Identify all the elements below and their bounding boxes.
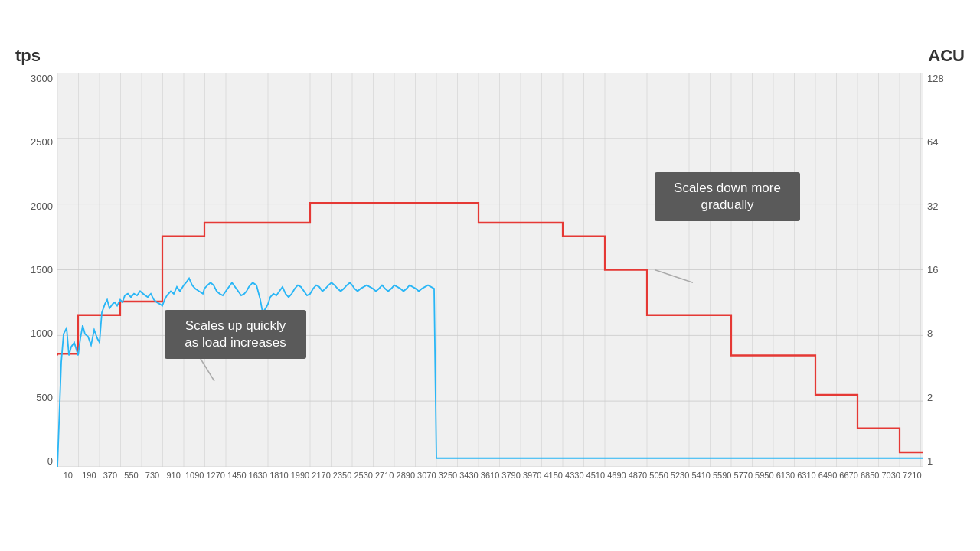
y-tick-1: 1 bbox=[927, 455, 933, 467]
x-tick-1990: 1990 bbox=[289, 471, 311, 480]
x-tick-5410: 5410 bbox=[691, 471, 712, 480]
y-tick-1500: 1500 bbox=[31, 264, 53, 276]
x-tick-5050: 5050 bbox=[648, 471, 670, 480]
x-tick-4150: 4150 bbox=[543, 471, 564, 480]
x-tick-10: 10 bbox=[57, 471, 79, 480]
y-tick-128: 128 bbox=[927, 73, 944, 84]
x-tick-7210: 7210 bbox=[902, 471, 923, 480]
y-tick-1000: 1000 bbox=[31, 328, 53, 339]
x-tick-4330: 4330 bbox=[564, 471, 586, 480]
x-tick-6310: 6310 bbox=[796, 471, 818, 480]
y-tick-16: 16 bbox=[927, 264, 938, 276]
x-tick-2530: 2530 bbox=[353, 471, 374, 480]
x-tick-4870: 4870 bbox=[627, 471, 648, 480]
y-tick-0: 0 bbox=[47, 455, 53, 467]
x-tick-2890: 2890 bbox=[395, 471, 416, 480]
x-tick-1450: 1450 bbox=[227, 471, 248, 480]
x-tick-2170: 2170 bbox=[311, 471, 332, 480]
x-tick-6490: 6490 bbox=[817, 471, 838, 480]
x-tick-4690: 4690 bbox=[606, 471, 628, 480]
tps-line bbox=[57, 279, 923, 467]
x-tick-1090: 1090 bbox=[184, 471, 205, 480]
x-tick-7030: 7030 bbox=[880, 471, 902, 480]
x-tick-5950: 5950 bbox=[754, 471, 776, 480]
x-tick-5770: 5770 bbox=[733, 471, 754, 480]
x-tick-1270: 1270 bbox=[205, 471, 227, 480]
chart-area bbox=[57, 73, 923, 467]
y-tick-64: 64 bbox=[927, 136, 938, 148]
x-tick-190: 190 bbox=[79, 471, 100, 480]
y-tick-3000: 3000 bbox=[31, 73, 53, 84]
x-tick-6130: 6130 bbox=[775, 471, 796, 480]
y-axis-right: 128 64 32 16 8 2 1 bbox=[923, 73, 965, 467]
x-tick-370: 370 bbox=[100, 471, 121, 480]
x-tick-5590: 5590 bbox=[711, 471, 733, 480]
x-tick-2350: 2350 bbox=[332, 471, 353, 480]
x-tick-3430: 3430 bbox=[459, 471, 480, 480]
x-axis: 10 190 370 550 730 910 1090 1270 1450 16… bbox=[57, 467, 923, 513]
y-tick-8: 8 bbox=[927, 328, 933, 339]
x-tick-6850: 6850 bbox=[859, 471, 880, 480]
y-tick-2500: 2500 bbox=[31, 136, 53, 148]
y-tick-2000: 2000 bbox=[31, 201, 53, 212]
x-tick-6670: 6670 bbox=[838, 471, 860, 480]
x-tick-3610: 3610 bbox=[479, 471, 501, 480]
x-tick-5230: 5230 bbox=[669, 471, 691, 480]
x-tick-3790: 3790 bbox=[501, 471, 522, 480]
y-axis-left: 3000 2500 2000 1500 1000 500 0 bbox=[15, 73, 57, 467]
x-tick-3070: 3070 bbox=[416, 471, 438, 480]
annotation-scaleup: Scales up quickly as load increases bbox=[165, 310, 306, 359]
x-tick-2710: 2710 bbox=[374, 471, 395, 480]
annotation-scaledown: Scales down more gradually bbox=[655, 172, 800, 221]
y-tick-32: 32 bbox=[927, 201, 938, 212]
chart-svg bbox=[57, 73, 923, 467]
x-tick-1810: 1810 bbox=[269, 471, 290, 480]
scaledown-arrow bbox=[655, 270, 693, 283]
y-tick-2: 2 bbox=[927, 392, 933, 403]
y-tick-500: 500 bbox=[36, 392, 53, 403]
y-axis-right-label: ACU bbox=[928, 46, 965, 66]
x-tick-4510: 4510 bbox=[585, 471, 606, 480]
x-tick-1630: 1630 bbox=[247, 471, 269, 480]
x-tick-3250: 3250 bbox=[437, 471, 459, 480]
x-tick-910: 910 bbox=[163, 471, 185, 480]
y-axis-left-label: tps bbox=[15, 46, 41, 66]
x-tick-3970: 3970 bbox=[521, 471, 543, 480]
x-tick-730: 730 bbox=[142, 471, 163, 480]
x-tick-550: 550 bbox=[121, 471, 142, 480]
